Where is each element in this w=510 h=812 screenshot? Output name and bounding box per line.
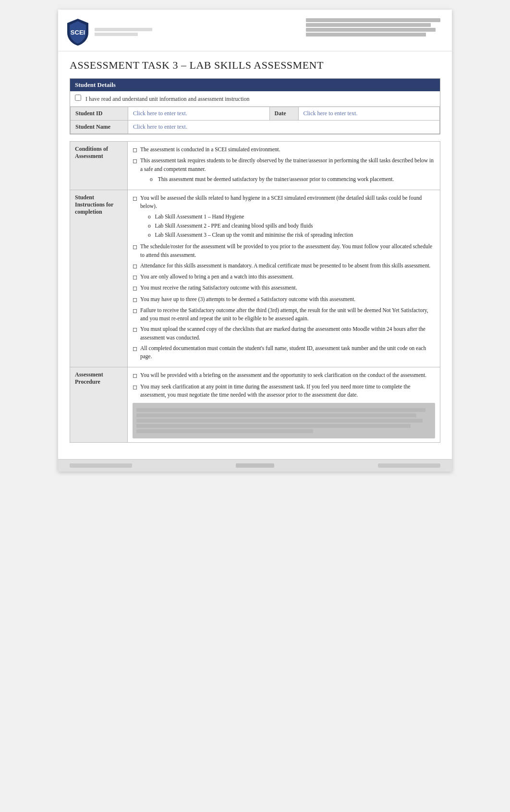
sub-item: o Lab Skill Assessment 1 – Hand Hygiene (148, 213, 435, 221)
svg-text:SCEI: SCEI (71, 29, 85, 36)
bullet-text: You must upload the scanned copy of the … (140, 325, 435, 342)
conditions-content: ◻ The assessment is conducted in a SCEI … (128, 142, 440, 190)
procedure-label: Assessment Procedure (70, 367, 128, 443)
bullet-item: ◻ You will be assessed the skills relate… (133, 194, 435, 240)
bullet-text: You will be assessed the skills related … (140, 194, 435, 240)
page-footer (58, 459, 452, 472)
blurred-content (133, 403, 435, 438)
bullet-item: ◻ You will be provided with a briefing o… (133, 371, 435, 380)
bullet-item: ◻ You must upload the scanned copy of th… (133, 325, 435, 342)
bullet-icon: ◻ (133, 273, 137, 281)
student-name-label: Student Name (71, 121, 128, 134)
page-title: ASSESSMENT TASK 3 – LAB SKILLS ASSESSMEN… (70, 59, 440, 72)
bullet-icon: ◻ (133, 146, 137, 154)
bullet-icon: ◻ (133, 194, 137, 240)
instructions-label: Student Instructions for completion (70, 190, 128, 367)
student-id-input[interactable]: Click here to enter text. (128, 107, 270, 121)
bullet-item: ◻ You may have up to three (3) attempts … (133, 295, 435, 304)
student-name-input[interactable]: Click here to enter text. (128, 121, 440, 134)
bullet-text: You will be provided with a briefing on … (140, 371, 426, 380)
bullet-item: ◻ This assessment task requires students… (133, 157, 435, 183)
table-row: Student Name Click here to enter text. (71, 121, 440, 134)
procedure-row: Assessment Procedure ◻ You will be provi… (70, 367, 440, 443)
conditions-label: Conditions ofAssessment (70, 142, 128, 190)
bullet-item: ◻ Failure to receive the Satisfactory ou… (133, 306, 435, 323)
bullet-item: ◻ You may seek clarification at any poin… (133, 383, 435, 400)
bullet-icon: ◻ (133, 157, 137, 183)
instructions-content: ◻ You will be assessed the skills relate… (128, 190, 440, 367)
sub-bullet-icon: o (150, 176, 153, 182)
checkbox-label: I have read and understand unit informat… (85, 96, 250, 102)
bullet-item: ◻ Attendance for this skills assessment … (133, 262, 435, 270)
bullet-item: ◻ You must receive the rating Satisfacto… (133, 284, 435, 292)
bullet-text: The assessment is conducted in a SCEI si… (140, 145, 280, 154)
date-input[interactable]: Click here to enter text. (298, 107, 440, 121)
student-table: Student ID Click here to enter text. Dat… (70, 107, 440, 134)
sub-item: o Lab Skill Assessment 2 - PPE and clean… (148, 222, 435, 230)
bullet-text: This assessment task requires students t… (140, 157, 435, 183)
sub-bullet-item: o This assessment must be deemed satisfa… (150, 175, 435, 183)
date-label: Date (269, 107, 298, 121)
table-row: Student ID Click here to enter text. Dat… (71, 107, 440, 121)
bullet-icon: ◻ (133, 296, 137, 304)
student-id-label: Student ID (71, 107, 128, 121)
bullet-icon: ◻ (133, 284, 137, 292)
sub-list: o Lab Skill Assessment 1 – Hand Hygiene … (140, 213, 435, 240)
footer-page-number (236, 463, 274, 468)
bullet-text: You are only allowed to bring a pen and … (140, 273, 294, 281)
bullet-icon: ◻ (133, 372, 137, 380)
footer-right-info (378, 463, 440, 468)
conditions-row: Conditions ofAssessment ◻ The assessment… (70, 142, 440, 190)
sub-bullet-text: This assessment must be deemed satisfact… (158, 176, 394, 182)
sub-item: o Lab Skill Assessment 3 – Clean up the … (148, 231, 435, 239)
shield-icon: SCEI (66, 17, 90, 46)
student-details-section: Student Details I have read and understa… (70, 78, 440, 134)
instructions-row: Student Instructions for completion ◻ Yo… (70, 190, 440, 367)
bullet-text: You may seek clarification at any point … (140, 383, 435, 400)
logo-area: SCEI (66, 17, 152, 46)
bullet-text: Attendance for this skills assessment is… (140, 262, 430, 270)
bullet-icon: ◻ (133, 383, 137, 400)
content-table: Conditions ofAssessment ◻ The assessment… (70, 141, 440, 443)
bullet-text: You must receive the rating Satisfactory… (140, 284, 297, 292)
bullet-text: You may have up to three (3) attempts to… (140, 295, 355, 304)
page-container: SCEI ASSESSMENT TASK 3 – LAB SKILLS ASSE… (58, 10, 452, 472)
page-header: SCEI (58, 10, 452, 51)
bullet-text: Failure to receive the Satisfactory outc… (140, 306, 435, 323)
bullet-item: ◻ You are only allowed to bring a pen an… (133, 273, 435, 281)
bullet-item: ◻ All completed documentation must conta… (133, 344, 435, 361)
bullet-item: ◻ The schedule/roster for the assessment… (133, 242, 435, 259)
bullet-icon: ◻ (133, 307, 137, 323)
bullet-icon: ◻ (133, 345, 137, 361)
bullet-item: ◻ The assessment is conducted in a SCEI … (133, 145, 435, 154)
bullet-text: The schedule/roster for the assessment w… (140, 242, 435, 259)
header-info (306, 17, 440, 38)
bullet-icon: ◻ (133, 243, 137, 259)
bullet-text: All completed documentation must contain… (140, 344, 435, 361)
student-details-header: Student Details (70, 79, 440, 91)
main-content: ASSESSMENT TASK 3 – LAB SKILLS ASSESSMEN… (58, 51, 452, 452)
acknowledge-checkbox[interactable] (75, 95, 81, 101)
checkbox-row: I have read and understand unit informat… (70, 91, 440, 107)
footer-left-info (70, 463, 132, 468)
bullet-icon: ◻ (133, 262, 137, 270)
procedure-content: ◻ You will be provided with a briefing o… (128, 367, 440, 443)
bullet-icon: ◻ (133, 326, 137, 342)
